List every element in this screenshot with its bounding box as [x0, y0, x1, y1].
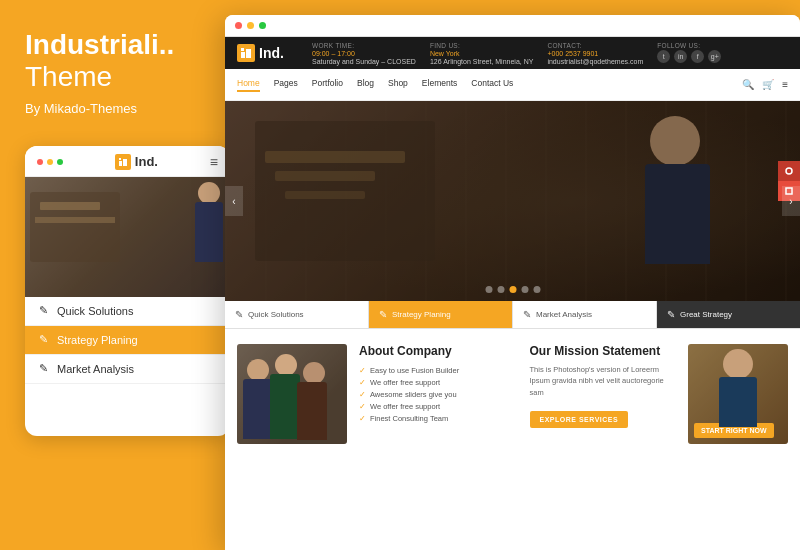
tab-strategy-planing[interactable]: ✎ Strategy Planing: [369, 301, 513, 328]
mobile-window-dots: [37, 159, 63, 165]
mission-section: Our Mission Statement This is Photoshop'…: [518, 344, 689, 444]
search-icon[interactable]: 🔍: [742, 79, 754, 90]
site-logo-text: Ind.: [259, 45, 284, 61]
nav-link-pages[interactable]: Pages: [274, 78, 298, 92]
tab-quick-solutions[interactable]: ✎ Quick Solutions: [225, 301, 369, 328]
nav-link-contact[interactable]: Contact Us: [471, 78, 513, 92]
topbar-work-days: Saturday and Sunday – CLOSED: [312, 58, 416, 65]
browser-dot-yellow: [247, 22, 254, 29]
topbar-work-time: WORK TIME: 09:00 – 17:00 Saturday and Su…: [312, 42, 416, 65]
tab-quick-label: Quick Solutions: [248, 310, 304, 319]
topbar-contact-label: CONTACT:: [547, 42, 643, 49]
svg-rect-2: [119, 158, 121, 160]
hero-dot-3[interactable]: [509, 286, 516, 293]
about-list-text-1: Easy to use Fusion Builder: [370, 366, 459, 375]
content-team-image: [237, 344, 347, 444]
tab-great-strategy[interactable]: ✎ Great Strategy: [657, 301, 800, 328]
tab-market-analysis[interactable]: ✎ Market Analysis: [513, 301, 657, 328]
nav-links: Home Pages Portfolio Blog Shop Elements …: [237, 78, 722, 92]
team-person-1-body: [243, 379, 273, 439]
tab-icon-market: ✎: [37, 363, 49, 375]
machine-rod-2: [35, 217, 115, 223]
mobile-dot-red: [37, 159, 43, 165]
social-icons-row: t in f g+: [657, 50, 721, 63]
person-head: [198, 182, 220, 204]
browser-dot-red: [235, 22, 242, 29]
hero-dot-1[interactable]: [485, 286, 492, 293]
tab-market-icon: ✎: [523, 309, 531, 320]
tab-icon-quick: ✎: [37, 305, 49, 317]
mobile-logo-icon: [115, 154, 131, 170]
about-list: ✓ Easy to use Fusion Builder ✓ We offer …: [359, 366, 506, 423]
mobile-dot-green: [57, 159, 63, 165]
svg-rect-1: [123, 159, 127, 166]
mobile-tab-market-analysis[interactable]: ✎ Market Analysis: [25, 355, 230, 384]
browser-mockup: Ind. WORK TIME: 09:00 – 17:00 Saturday a…: [225, 15, 800, 550]
mobile-tab-strategy-planing[interactable]: ✎ Strategy Planing: [25, 326, 230, 355]
check-icon-3: ✓: [359, 390, 366, 399]
menu-icon[interactable]: ≡: [782, 79, 788, 90]
mobile-mockup: Ind. ≡ ✎ Quick Solutions ✎ Strategy Plan…: [25, 146, 230, 436]
mobile-logo-text: Ind.: [135, 154, 158, 169]
team-person-3-head: [303, 362, 325, 384]
mobile-tab-list: ✎ Quick Solutions ✎ Strategy Planing ✎ M…: [25, 297, 230, 384]
about-list-item-4: ✓ We offer free support: [359, 402, 506, 411]
cta-person-head: [723, 349, 753, 379]
mobile-tab-label-3: Market Analysis: [57, 363, 134, 375]
mobile-tab-label-2: Strategy Planing: [57, 334, 138, 346]
nav-link-elements[interactable]: Elements: [422, 78, 457, 92]
svg-point-6: [786, 168, 792, 174]
hero-dot-5[interactable]: [533, 286, 540, 293]
tab-market-label: Market Analysis: [536, 310, 592, 319]
hero-dot-4[interactable]: [521, 286, 528, 293]
social-google-icon[interactable]: g+: [708, 50, 721, 63]
site-navbar: Home Pages Portfolio Blog Shop Elements …: [225, 69, 800, 101]
topbar-find-label: FIND US:: [430, 42, 534, 49]
tab-strategy-label: Strategy Planing: [392, 310, 451, 319]
nav-link-shop[interactable]: Shop: [388, 78, 408, 92]
social-facebook-icon[interactable]: f: [691, 50, 704, 63]
hero-arrow-left[interactable]: ‹: [225, 186, 243, 216]
about-list-item-5: ✓ Finest Consulting Team: [359, 414, 506, 423]
topbar-contact-phone: +000 2537 9901: [547, 50, 643, 57]
team-person-3-body: [297, 382, 327, 440]
explore-services-button[interactable]: EXPLORE SERVICES: [530, 411, 629, 428]
check-icon-2: ✓: [359, 378, 366, 387]
hero-arrow-right[interactable]: ›: [782, 186, 800, 216]
topbar-work-label: WORK TIME:: [312, 42, 416, 49]
hero-dot-2[interactable]: [497, 286, 504, 293]
tab-great-icon: ✎: [667, 309, 675, 320]
machine-rod: [40, 202, 100, 210]
theme-title-line2: Theme: [25, 61, 215, 93]
cta-block: Start Right Now: [688, 344, 788, 444]
nav-link-blog[interactable]: Blog: [357, 78, 374, 92]
person-body: [195, 202, 223, 262]
site-logo: Ind.: [237, 44, 297, 62]
check-icon-4: ✓: [359, 402, 366, 411]
cta-person-body: [719, 377, 757, 427]
topbar-contact-email: industrialist@qodethemes.com: [547, 58, 643, 65]
team-person-2-head: [275, 354, 297, 376]
site-content-area: About Company ✓ Easy to use Fusion Build…: [225, 329, 800, 459]
topbar-find-address: 126 Arlington Street, Minneia, NY: [430, 58, 534, 65]
hero-side-btn-1[interactable]: [778, 161, 800, 181]
about-list-text-5: Finest Consulting Team: [370, 414, 448, 423]
site-tabs: ✎ Quick Solutions ✎ Strategy Planing ✎ M…: [225, 301, 800, 329]
nav-link-home[interactable]: Home: [237, 78, 260, 92]
about-list-text-2: We offer free support: [370, 378, 440, 387]
svg-rect-0: [119, 161, 122, 166]
social-twitter-icon[interactable]: t: [657, 50, 670, 63]
about-company-section: About Company ✓ Easy to use Fusion Build…: [347, 344, 518, 444]
nav-link-portfolio[interactable]: Portfolio: [312, 78, 343, 92]
topbar-follow-us: FOLLOW US: t in f g+: [657, 42, 721, 65]
hamburger-icon[interactable]: ≡: [210, 154, 218, 170]
site-hero: ‹ ›: [225, 101, 800, 301]
about-list-item-2: ✓ We offer free support: [359, 378, 506, 387]
cart-icon[interactable]: 🛒: [762, 79, 774, 90]
social-linkedin-icon[interactable]: in: [674, 50, 687, 63]
mission-title: Our Mission Statement: [530, 344, 677, 358]
hero-dark-overlay: [225, 101, 800, 301]
mobile-tab-quick-solutions[interactable]: ✎ Quick Solutions: [25, 297, 230, 326]
cta-background: Start Right Now: [688, 344, 788, 444]
left-panel: Industriali.. Theme By Mikado-Themes Ind…: [0, 0, 240, 550]
